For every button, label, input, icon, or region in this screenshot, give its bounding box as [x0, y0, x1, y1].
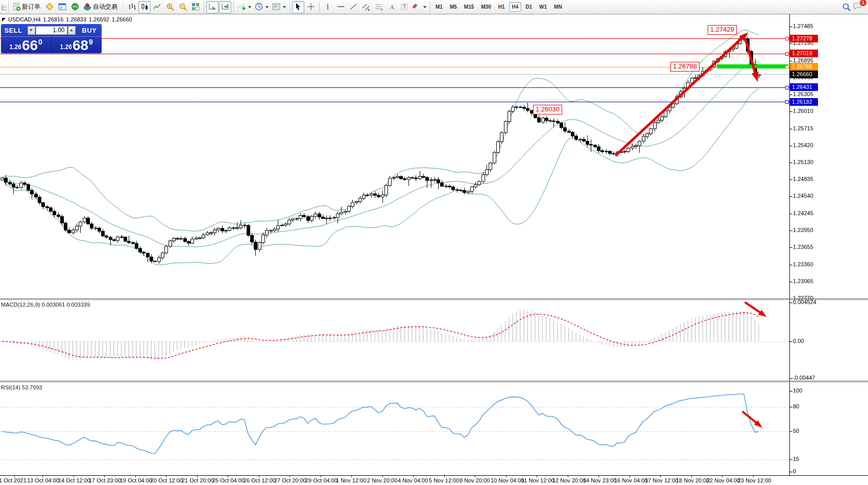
price-axis-tick: [790, 282, 792, 282]
fibonacci-tool[interactable]: F: [373, 1, 385, 13]
macd-axis-tick: [790, 303, 792, 303]
timeframe-m5[interactable]: M5: [447, 2, 460, 12]
line-endpoint-handle[interactable]: [785, 37, 789, 40]
pane-separator: [0, 299, 868, 300]
date-axis-label: 10 Nov 04:00: [491, 477, 524, 483]
new-order-icon: [12, 3, 21, 11]
timeframe-m1[interactable]: M1: [432, 2, 446, 12]
notifications-button[interactable]: 1: [853, 2, 863, 13]
line-chart-button[interactable]: [151, 1, 163, 13]
data-window-button[interactable]: [69, 1, 81, 13]
date-axis-label: 25 Oct 04:00: [212, 477, 245, 483]
price-label-annotation[interactable]: 1.26788: [670, 62, 700, 72]
price-axis-tick: [790, 61, 792, 61]
zoom-out-button[interactable]: [177, 1, 189, 13]
text-label-tool[interactable]: T: [398, 1, 411, 13]
date-axis-tick: [444, 476, 445, 477]
sell-button[interactable]: SELL: [1, 27, 26, 34]
svg-text:A: A: [390, 3, 395, 11]
price-axis-label: 1.26305: [793, 91, 813, 97]
price-axis-tick: [790, 163, 792, 163]
separator: [430, 2, 430, 13]
date-axis-label: 23 Nov 12:00: [738, 477, 771, 483]
line-endpoint-handle[interactable]: [785, 86, 789, 89]
volume-input[interactable]: [36, 26, 67, 35]
line-endpoint-handle[interactable]: [785, 52, 789, 56]
separator: [319, 2, 320, 13]
volume-increase-button[interactable]: [68, 26, 76, 35]
auto-trading-icon: [83, 3, 92, 11]
trendline-tool[interactable]: [347, 1, 359, 13]
arrows-tool[interactable]: [411, 1, 428, 13]
svg-text:T: T: [403, 4, 406, 10]
crosshair-button[interactable]: [305, 1, 317, 13]
search-button[interactable]: [840, 1, 853, 13]
date-axis-label: 14 Oct 12:00: [58, 477, 90, 483]
date-axis-label: 8 Nov 20:00: [460, 477, 490, 483]
sell-price[interactable]: 1.26 66 0: [1, 37, 52, 53]
price-axis-label: 1.25715: [793, 125, 813, 131]
line-endpoint-handle[interactable]: [785, 65, 789, 69]
cursor-button[interactable]: [292, 1, 304, 13]
equidistant-channel-icon: E: [362, 3, 371, 11]
periods-button[interactable]: [253, 1, 270, 13]
line-endpoint-handle[interactable]: [785, 100, 789, 104]
candlestick-chart-button[interactable]: [138, 1, 151, 13]
price-axis-badge: 1.26431: [790, 83, 818, 91]
timeframe-h1[interactable]: H1: [495, 2, 508, 12]
chart-shift-button[interactable]: [219, 1, 231, 13]
dropdown-arrow-icon: [283, 6, 286, 8]
auto-scroll-button[interactable]: [206, 1, 219, 13]
chart-canvas[interactable]: [0, 0, 868, 485]
price-axis-tick: [790, 129, 792, 129]
date-axis-label: 14 Nov 23:00: [583, 477, 616, 483]
horizontal-line-icon: [336, 3, 345, 11]
price-axis-label: 1.24540: [793, 193, 813, 199]
trade-panel-toggle-icon[interactable]: [2, 18, 6, 21]
pane-separator[interactable]: [0, 381, 868, 381]
timeframe-m15[interactable]: M15: [461, 2, 477, 12]
date-axis-tick: [166, 476, 166, 477]
pane-separator[interactable]: [0, 298, 868, 299]
date-axis-tick: [259, 476, 259, 477]
timeframe-m30[interactable]: M30: [478, 2, 494, 12]
text-tool[interactable]: A: [385, 1, 398, 13]
styler-button[interactable]: [43, 1, 56, 13]
price-label-annotation[interactable]: 1.27429: [708, 25, 737, 35]
rsi-axis-tick: [790, 391, 792, 391]
macd-axis-tick: [790, 378, 792, 379]
date-axis-tick: [135, 476, 136, 477]
zoom-in-button[interactable]: [164, 1, 176, 13]
auto-trading-button[interactable]: 自动交易: [82, 1, 120, 13]
channel-tool[interactable]: E: [360, 1, 372, 13]
timeframe-w1[interactable]: W1: [536, 2, 550, 12]
date-axis-tick: [42, 476, 43, 477]
bar-chart-button[interactable]: [126, 1, 138, 13]
separator: [290, 2, 290, 13]
vertical-line-tool[interactable]: [322, 1, 334, 13]
horizontal-line-tool[interactable]: [334, 1, 347, 13]
new-order-button[interactable]: 新订单: [11, 1, 43, 13]
timeframe-h4[interactable]: H4: [509, 2, 522, 12]
date-axis-label: 20 Oct 12:00: [151, 477, 183, 483]
templates-button[interactable]: [271, 1, 287, 13]
date-axis-tick: [197, 476, 198, 477]
date-axis-tick: [14, 476, 15, 477]
volume-decrease-button[interactable]: [28, 26, 35, 35]
price-label-annotation[interactable]: 1.26030: [533, 105, 562, 114]
timeframe-d1[interactable]: D1: [522, 2, 535, 12]
market-watch-button[interactable]: [56, 1, 68, 13]
clock-icon: [255, 3, 263, 11]
trendline-icon: [349, 3, 358, 11]
rsi-axis-label: 50: [793, 428, 799, 434]
indicators-button[interactable]: [236, 1, 253, 13]
buy-button[interactable]: BUY: [77, 27, 102, 34]
notification-count-badge: 1: [860, 0, 866, 6]
price-axis-label: 1.26895: [793, 57, 813, 63]
tile-windows-button[interactable]: [189, 1, 202, 13]
timeframe-mn[interactable]: MN: [551, 2, 565, 12]
buy-price[interactable]: 1.26 68 9: [52, 37, 102, 53]
date-axis-tick: [630, 476, 630, 477]
date-axis-label: 21 Oct 20:00: [182, 477, 214, 483]
date-axis-tick: [753, 476, 754, 477]
